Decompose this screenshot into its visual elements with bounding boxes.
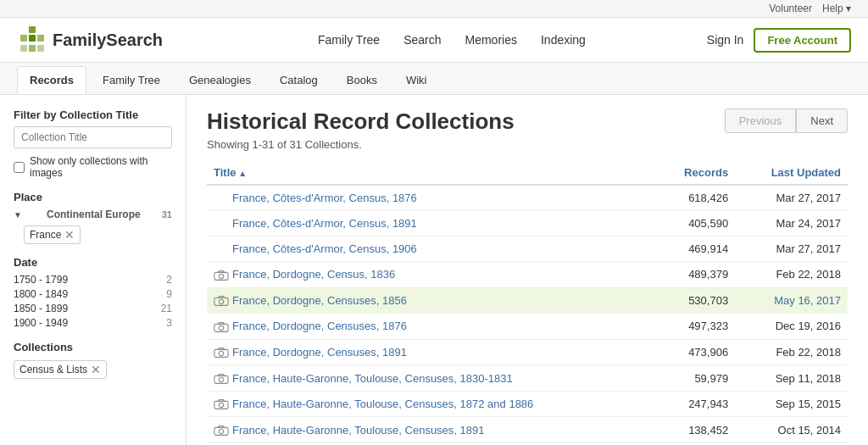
table-row: France, Côtes-d'Armor, Census, 1906469,9… [207,236,848,262]
svg-point-14 [219,351,223,355]
utility-bar: Volunteer Help ▾ [0,0,868,18]
svg-rect-6 [37,45,44,52]
secondary-nav: Records Family Tree Genealogies Catalog … [0,63,868,95]
nav-family-tree[interactable]: Family Tree [318,33,380,47]
collections-heading: Collections [14,341,172,353]
main-header: FamilySearch Family Tree Search Memories… [0,18,868,63]
tab-records[interactable]: Records [17,66,86,94]
sidebar: Filter by Collection Title Show only col… [0,95,186,445]
place-continental-europe[interactable]: ▼ Continental Europe 31 [14,209,172,220]
record-link[interactable]: France, Dordogne, Censuses, 1856 [232,294,407,307]
tab-catalog[interactable]: Catalog [267,66,331,94]
table-row: France, Dordogne, Census, 1836489,379Feb… [207,262,848,288]
record-link[interactable]: France, Dordogne, Census, 1836 [232,268,395,281]
record-last-updated: Mar 24, 2017 [735,211,848,236]
table-header: Title Records Last Updated [207,161,848,185]
main-header-row: Historical Record Collections Previous N… [207,108,848,135]
nav-search[interactable]: Search [403,33,441,47]
record-link[interactable]: France, Côtes-d'Armor, Census, 1906 [232,242,417,255]
logo[interactable]: FamilySearch [17,25,163,55]
record-title-cell: France, Côtes-d'Armor, Census, 1876 [207,185,657,211]
header-actions: Sign In Free Account [707,28,851,53]
record-count: 530,703 [657,287,735,314]
census-filter-remove[interactable]: ✕ [91,364,101,375]
record-title-cell: France, Haute-Garonne, Toulouse, Censuse… [207,365,657,392]
record-link[interactable]: France, Dordogne, Censuses, 1876 [232,320,407,332]
filter-collection-title: Filter by Collection Title [14,108,172,121]
record-link[interactable]: France, Haute-Garonne, Toulouse, Censuse… [232,398,533,410]
date-row-1850[interactable]: 1850 - 1899 21 [14,303,172,314]
volunteer-link[interactable]: Volunteer [769,3,812,14]
record-title-cell: France, Dordogne, Censuses, 1876 [207,314,657,340]
next-button[interactable]: Next [796,108,848,133]
record-count: 469,914 [657,236,735,262]
camera-icon [214,398,232,411]
col-records[interactable]: Records [657,161,735,185]
free-account-button[interactable]: Free Account [754,28,851,53]
tab-wiki[interactable]: Wiki [393,66,440,94]
census-filter: Census & Lists ✕ [14,359,172,379]
date-count-1750: 2 [166,274,172,286]
date-row-1800[interactable]: 1800 - 1849 9 [14,288,172,300]
record-title-cell: France, Dordogne, Censuses, 1891 [207,339,657,365]
main-nav: Family Tree Search Memories Indexing [197,33,707,47]
record-count: 489,379 [657,262,735,288]
logo-text: FamilySearch [53,31,163,50]
table-row: France, Dordogne, Censuses, 1876497,323D… [207,314,848,340]
page-content: Filter by Collection Title Show only col… [0,95,868,445]
svg-rect-5 [29,45,36,52]
record-link[interactable]: France, Côtes-d'Armor, Census, 1876 [232,192,417,204]
place-section: Place ▼ Continental Europe 31 France ✕ [14,191,172,244]
date-count-1800: 9 [166,288,172,300]
date-range-1800: 1800 - 1849 [14,288,68,300]
camera-icon [214,294,232,308]
record-count: 138,452 [657,417,735,443]
nav-memories[interactable]: Memories [465,33,516,47]
svg-point-20 [219,429,223,433]
tab-family-tree[interactable]: Family Tree [90,66,173,94]
record-last-updated: Sep 11, 2018 [735,365,848,392]
date-row-1900[interactable]: 1900 - 1949 3 [14,317,172,329]
record-title-cell: France, Haute-Garonne, Toulouse, Censuse… [207,417,657,443]
census-filter-label: Census & Lists [19,364,87,375]
nav-indexing[interactable]: Indexing [541,33,586,47]
previous-button[interactable]: Previous [725,108,797,133]
record-last-updated: Feb 22, 2018 [735,339,848,365]
record-title-cell: France, Haute-Garonne, Toulouse, Censuse… [207,391,657,417]
record-count: 618,426 [657,185,735,211]
filter-by-collection-section: Filter by Collection Title Show only col… [14,108,172,179]
record-link[interactable]: France, Haute-Garonne, Toulouse, Censuse… [232,424,485,437]
record-last-updated: Mar 27, 2017 [735,185,848,211]
record-link[interactable]: France, Haute-Garonne, Toulouse, Censuse… [232,372,513,385]
col-last-updated[interactable]: Last Updated [735,161,848,185]
camera-icon [214,371,232,385]
record-link[interactable]: France, Dordogne, Censuses, 1891 [232,346,407,359]
sign-in-link[interactable]: Sign In [707,33,744,47]
france-filter-remove[interactable]: ✕ [64,229,75,241]
table-row: France, Côtes-d'Armor, Census, 1876618,4… [207,185,848,211]
images-checkbox[interactable] [14,162,25,173]
collections-section: Collections Census & Lists ✕ [14,341,172,379]
tab-genealogies[interactable]: Genealogies [176,66,264,94]
col-title[interactable]: Title [207,161,657,185]
collection-title-input[interactable] [14,126,172,148]
svg-point-12 [219,325,223,330]
record-last-updated: Sep 15, 2015 [735,391,848,417]
help-link[interactable]: Help ▾ [822,3,851,14]
table-row: France, Dordogne, Censuses, 1891473,906F… [207,339,848,365]
table-body: France, Côtes-d'Armor, Census, 1876618,4… [207,185,848,445]
page-title: Historical Record Collections [207,108,515,135]
tab-books[interactable]: Books [334,66,390,94]
camera-icon [214,320,232,333]
place-triangle: ▼ [14,210,22,220]
record-title-cell: France, Dordogne, Censuses, 1856 [207,287,657,314]
record-link[interactable]: France, Côtes-d'Armor, Census, 1891 [232,217,417,230]
place-parent-label: Continental Europe [47,209,141,220]
records-table: Title Records Last Updated France, Côtes… [207,161,848,445]
record-count: 405,590 [657,211,735,236]
svg-rect-0 [29,26,36,33]
images-checkbox-label[interactable]: Show only collections with images [14,155,172,179]
table-row: France, Haute-Garonne, Toulouse, Censuse… [207,365,848,392]
date-count-1900: 3 [166,317,172,329]
date-row-1750[interactable]: 1750 - 1799 2 [14,274,172,286]
